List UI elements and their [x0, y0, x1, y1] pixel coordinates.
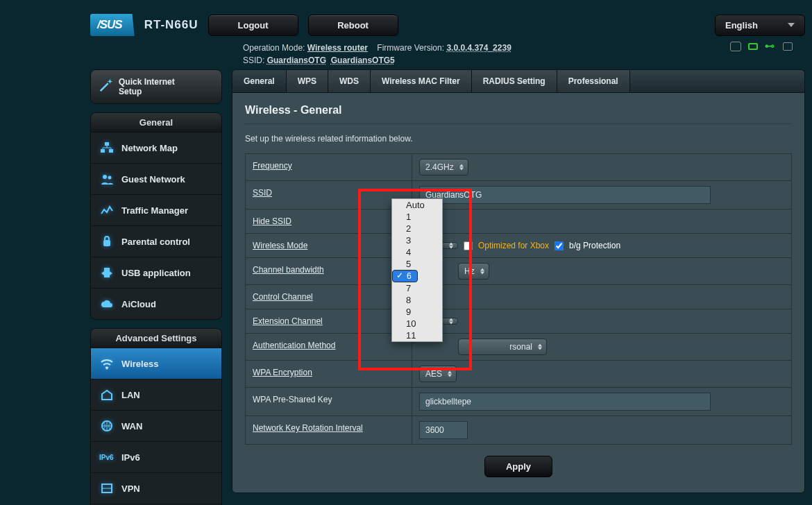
tab-wps[interactable]: WPS: [287, 70, 328, 92]
sidebar-item-network-map[interactable]: Network Map: [91, 132, 221, 163]
sidebar-item-label: WAN: [121, 421, 142, 431]
svg-point-6: [106, 368, 108, 370]
svg-point-4: [108, 176, 112, 180]
vpn-icon: [99, 481, 115, 495]
channel-option-7[interactable]: 7: [392, 282, 442, 294]
sidebar-item-parental-control[interactable]: Parental control: [91, 225, 221, 257]
language-select[interactable]: English: [715, 15, 805, 36]
channel-option-3[interactable]: 3: [392, 234, 442, 246]
sidebar-item-label: USB application: [121, 268, 191, 278]
sidebar-item-traffic-manager[interactable]: Traffic Manager: [91, 194, 221, 225]
label-rotation-interval: Network Key Rotation Interval: [246, 416, 412, 444]
channel-dropdown[interactable]: Auto1234567891011: [391, 198, 443, 342]
tab-wireless-mac-filter[interactable]: Wireless MAC Filter: [371, 70, 472, 92]
network-map-icon: [99, 141, 115, 155]
select-auth-method[interactable]: rsonal: [458, 339, 547, 355]
fw-value[interactable]: 3.0.0.4.374_2239: [446, 43, 511, 53]
sidebar-item-label: Guest Network: [121, 174, 185, 185]
router-status-icon[interactable]: [748, 43, 758, 50]
sidebar-item-label: Network Map: [121, 143, 178, 153]
channel-option-5[interactable]: 5: [392, 258, 442, 270]
input-rotation-interval[interactable]: [419, 421, 468, 439]
svg-rect-5: [103, 240, 110, 246]
apply-button[interactable]: Apply: [484, 456, 552, 477]
ssid-5: GuardiansOTG5: [331, 55, 395, 65]
select-encryption[interactable]: AES: [419, 366, 457, 382]
select-frequency[interactable]: 2.4GHz: [419, 159, 468, 176]
input-psk[interactable]: [419, 393, 711, 411]
usb-application-icon: [99, 266, 115, 280]
sidebar-item-label: Wireless: [121, 359, 158, 369]
sidebar-item-ipv6[interactable]: IPv6IPv6: [91, 441, 221, 472]
qis-line1: Quick Internet: [119, 77, 175, 87]
input-ssid[interactable]: [419, 186, 711, 204]
model-name: RT-N66U: [144, 18, 198, 32]
guest-network-icon: [99, 172, 115, 186]
sidebar-item-label: Parental control: [121, 237, 190, 247]
sidebar-item-label: AiCloud: [121, 299, 156, 309]
sidebar-item-usb-application[interactable]: USB application: [91, 257, 221, 288]
channel-option-9[interactable]: 9: [392, 306, 442, 318]
channel-option-6[interactable]: 6: [392, 270, 418, 282]
printer-icon[interactable]: [783, 42, 793, 51]
qis-line2: Setup: [119, 87, 142, 96]
label-control-channel: Control Channel: [246, 285, 412, 309]
svg-rect-0: [105, 142, 109, 146]
label-psk: WPA Pre-Shared Key: [246, 388, 412, 416]
page-title: Wireless - General: [245, 104, 792, 124]
checkbox-xbox[interactable]: [464, 241, 473, 250]
label-xbox: Optimized for Xbox: [478, 241, 549, 250]
opmode-label: Operation Mode:: [243, 43, 305, 53]
sidebar-item-lan[interactable]: LAN: [91, 379, 221, 410]
sidebar-header-general: General: [90, 112, 222, 132]
sidebar-header-advanced: Advanced Settings: [90, 328, 222, 348]
svg-point-3: [103, 175, 107, 179]
usb-icon[interactable]: ⊷: [765, 42, 776, 51]
wand-icon: [98, 77, 113, 92]
opmode-value[interactable]: Wireless router: [307, 43, 368, 53]
label-wireless-mode: Wireless Mode: [246, 234, 412, 257]
label-bg-protection: b/g Protection: [569, 241, 620, 250]
quick-internet-setup[interactable]: Quick Internet Setup: [90, 69, 222, 104]
wireless-icon: [99, 357, 115, 370]
channel-option-auto[interactable]: Auto: [392, 199, 442, 211]
reboot-button[interactable]: Reboot: [308, 15, 398, 36]
channel-option-4[interactable]: 4: [392, 246, 442, 258]
label-hide-ssid: Hide SSID: [246, 209, 412, 233]
sidebar-item-vpn[interactable]: VPN: [91, 472, 221, 504]
checkbox-bg-protection[interactable]: [555, 241, 564, 250]
channel-option-11[interactable]: 11: [392, 329, 442, 341]
fw-label: Firmware Version:: [377, 43, 444, 53]
sidebar-item-label: VPN: [121, 483, 140, 494]
language-label: English: [725, 20, 758, 31]
page-desc: Set up the wireless related information …: [245, 134, 792, 144]
tab-professional[interactable]: Professional: [557, 70, 630, 92]
tab-general[interactable]: General: [232, 70, 287, 92]
channel-option-2[interactable]: 2: [392, 223, 442, 234]
brand-logo: /SUS: [90, 14, 135, 36]
sidebar-item-label: LAN: [121, 390, 140, 400]
traffic-manager-icon: [99, 203, 115, 217]
clients-icon[interactable]: [730, 42, 741, 51]
svg-rect-2: [109, 149, 113, 153]
parental-control-icon: [99, 234, 115, 248]
aicloud-icon: [99, 297, 115, 311]
tab-wds[interactable]: WDS: [328, 70, 371, 92]
tab-radius-setting[interactable]: RADIUS Setting: [472, 70, 557, 92]
channel-option-1[interactable]: 1: [392, 211, 442, 223]
sidebar-item-aicloud[interactable]: AiCloud: [91, 288, 221, 319]
lan-icon: [99, 388, 115, 402]
sidebar-item-label: Traffic Manager: [121, 205, 188, 216]
label-ssid: SSID: [246, 181, 412, 209]
channel-option-8[interactable]: 8: [392, 294, 442, 306]
select-bandwidth[interactable]: Hz: [458, 263, 489, 280]
sidebar-item-wireless[interactable]: Wireless: [91, 348, 221, 379]
channel-option-10[interactable]: 10: [392, 318, 442, 329]
svg-text:IPv6: IPv6: [99, 454, 114, 461]
label-auth-method: Authentication Method: [246, 334, 412, 360]
sidebar-item-guest-network[interactable]: Guest Network: [91, 163, 221, 194]
chevron-down-icon: [788, 23, 795, 27]
logout-button[interactable]: Logout: [208, 15, 298, 36]
label-frequency: Frequency: [246, 154, 412, 180]
sidebar-item-wan[interactable]: WAN: [91, 410, 221, 441]
